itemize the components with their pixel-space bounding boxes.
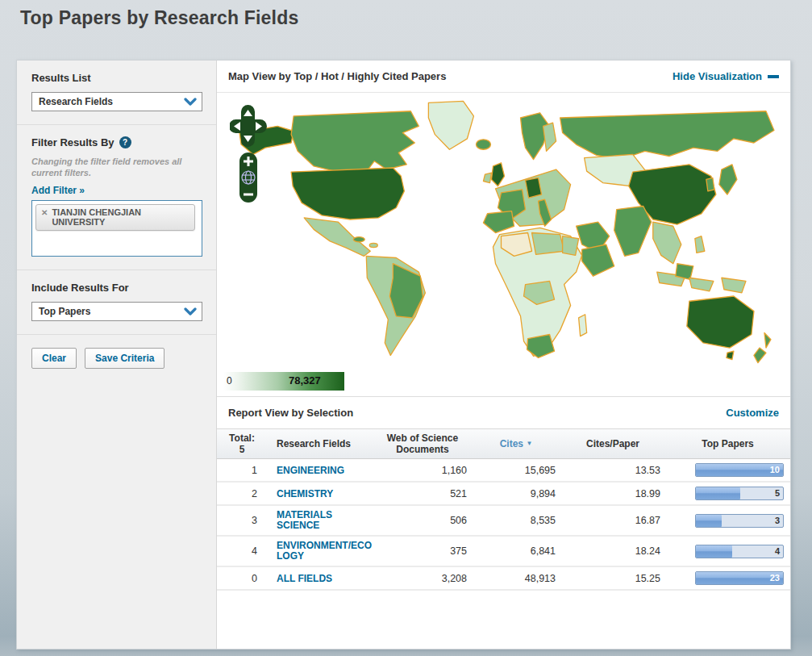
sidebar-actions: Clear Save Criteria	[17, 335, 216, 382]
legend-max-value: 78,327	[289, 374, 321, 386]
main-area: Map View by Top / Hot / Highly Cited Pap…	[217, 61, 790, 649]
research-field-link[interactable]: ALL FIELDS	[277, 574, 332, 584]
include-results-heading: Include Results For	[31, 282, 202, 294]
include-results-dropdown[interactable]: Top Papers	[31, 302, 202, 321]
table-row: 0 ALL FIELDS 3,208 48,913 15.25 23	[217, 567, 790, 591]
row-top-papers: 5	[665, 483, 790, 504]
report-table-body: 1 ENGINEERING 1,160 15,695 13.53 10 2 CH…	[217, 459, 790, 591]
column-header-top-papers[interactable]: Top Papers	[665, 435, 790, 453]
row-top-papers: 10	[665, 459, 790, 481]
filter-heading-label: Filter Results By	[31, 136, 115, 148]
include-results-section: Include Results For Top Papers	[17, 270, 216, 335]
results-list-dropdown-value: Research Fields	[39, 96, 113, 107]
row-field: MATERIALS SCIENCE	[267, 506, 373, 535]
map-region-asia[interactable]	[560, 111, 774, 293]
report-table-header: Total: 5 Research Fields Web of Science …	[217, 428, 790, 459]
row-rank: 4	[217, 541, 267, 561]
column-header-cites-per-paper[interactable]: Cites/Paper	[560, 435, 665, 453]
active-filters-box[interactable]: ✕ TIANJIN CHENGJIAN UNIVERSITY	[31, 200, 202, 257]
filter-note: Changing the filter field removes all cu…	[31, 156, 185, 178]
chevron-down-icon	[184, 307, 197, 316]
map-region-north-america[interactable]	[239, 101, 473, 256]
map-view-header: Map View by Top / Hot / Highly Cited Pap…	[217, 61, 790, 93]
top-papers-value: 5	[775, 488, 780, 498]
add-filter-link[interactable]: Add Filter »	[31, 185, 85, 196]
top-papers-bar-fill	[696, 487, 740, 499]
row-rank: 3	[217, 511, 267, 530]
sort-caret-down-icon: ▼	[526, 440, 532, 447]
row-cites: 6,841	[472, 541, 560, 561]
minus-icon	[768, 75, 779, 78]
remove-filter-icon[interactable]: ✕	[41, 207, 48, 218]
top-papers-bar: 10	[695, 463, 784, 477]
map-region-africa[interactable]	[493, 228, 586, 357]
world-choropleth-map[interactable]	[217, 93, 790, 372]
research-field-link[interactable]: ENGINEERING	[277, 466, 344, 476]
customize-link[interactable]: Customize	[726, 407, 779, 419]
top-papers-value: 23	[770, 573, 780, 583]
row-cites: 8,535	[472, 511, 560, 530]
page-title: Top Papers by Research Fields	[20, 7, 298, 29]
row-cites: 48,913	[472, 569, 560, 588]
row-docs: 521	[373, 484, 472, 503]
row-rank: 0	[217, 569, 267, 588]
include-results-dropdown-value: Top Papers	[39, 306, 90, 317]
map-legend: 0 78,327	[217, 372, 790, 396]
top-papers-value: 4	[775, 546, 780, 556]
column-header-total: Total: 5	[217, 429, 267, 458]
content-panel: Results List Research Fields Filter Resu…	[16, 60, 791, 650]
top-papers-bar: 5	[695, 487, 784, 500]
table-filler	[217, 591, 790, 649]
hide-visualization-link[interactable]: Hide Visualization	[673, 70, 779, 82]
chevron-down-icon	[184, 97, 197, 107]
map-navigation-controls[interactable]	[230, 104, 267, 206]
row-rank: 1	[217, 461, 267, 480]
save-criteria-button[interactable]: Save Criteria	[85, 348, 164, 369]
row-docs: 375	[373, 541, 472, 561]
filter-tag: ✕ TIANJIN CHENGJIAN UNIVERSITY	[35, 204, 195, 231]
filter-tag-label: TIANJIN CHENGJIAN UNIVERSITY	[52, 207, 189, 227]
column-header-wos-documents[interactable]: Web of Science Documents	[373, 429, 472, 458]
row-cites-per-paper: 18.99	[560, 484, 665, 503]
row-cites-per-paper: 15.25	[560, 569, 665, 588]
results-list-section: Results List Research Fields	[17, 61, 216, 125]
map-region-oceania[interactable]	[687, 296, 771, 363]
report-view-title: Report View by Selection	[228, 407, 353, 419]
row-docs: 3,208	[373, 569, 472, 588]
clear-button[interactable]: Clear	[31, 348, 77, 369]
research-field-link[interactable]: ENVIRONMENT/ECOLOGY	[277, 541, 372, 562]
map-area	[217, 93, 790, 372]
map-view-title: Map View by Top / Hot / Highly Cited Pap…	[228, 70, 446, 82]
row-top-papers: 23	[665, 567, 790, 589]
row-field: ENGINEERING	[267, 461, 373, 480]
row-docs: 506	[373, 511, 472, 530]
column-header-cites[interactable]: Cites ▼	[472, 435, 560, 453]
row-docs: 1,160	[373, 461, 472, 480]
row-top-papers: 3	[665, 510, 790, 532]
top-papers-bar: 23	[695, 571, 784, 585]
table-row: 3 MATERIALS SCIENCE 506 8,535 16.87 3	[217, 506, 790, 537]
row-rank: 2	[217, 484, 267, 503]
top-papers-value: 10	[770, 465, 780, 474]
table-row: 4 ENVIRONMENT/ECOLOGY 375 6,841 18.24 4	[217, 537, 790, 567]
top-papers-bar: 4	[695, 545, 784, 558]
top-papers-value: 3	[775, 516, 780, 525]
pan-control[interactable]	[230, 105, 267, 147]
research-field-link[interactable]: MATERIALS SCIENCE	[277, 510, 372, 531]
map-region-south-america[interactable]	[366, 256, 425, 355]
legend-gradient-bar: 0 78,327	[223, 372, 344, 391]
help-icon[interactable]: ?	[119, 136, 131, 148]
results-list-dropdown[interactable]: Research Fields	[31, 92, 202, 111]
table-row: 1 ENGINEERING 1,160 15,695 13.53 10	[217, 459, 790, 483]
row-cites: 15,695	[472, 461, 560, 480]
top-papers-bar-fill	[696, 515, 722, 527]
top-papers-bar-fill	[696, 545, 732, 558]
column-header-research-fields[interactable]: Research Fields	[267, 435, 373, 453]
row-cites-per-paper: 16.87	[560, 511, 665, 530]
legend-min-value: 0	[227, 375, 232, 386]
row-field: CHEMISTRY	[267, 484, 373, 503]
filter-heading: Filter Results By ?	[31, 136, 202, 148]
research-field-link[interactable]: CHEMISTRY	[277, 489, 333, 499]
map-region-europe[interactable]	[476, 113, 570, 233]
zoom-control[interactable]	[239, 153, 257, 203]
